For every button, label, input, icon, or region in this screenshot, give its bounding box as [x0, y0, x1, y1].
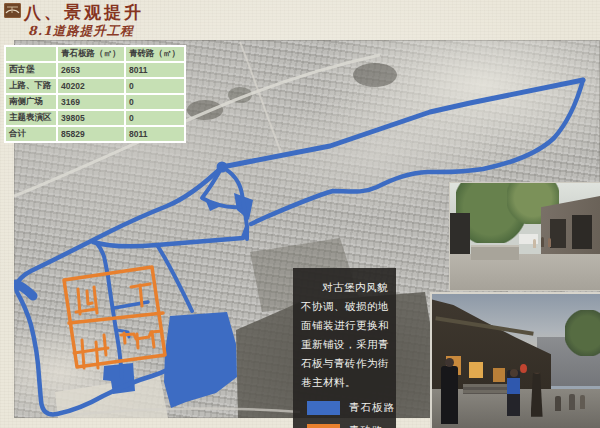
photo-dusk-street	[430, 292, 600, 428]
table-cell: 8011	[126, 63, 186, 79]
photo-planter-bench	[471, 245, 519, 260]
table-cell: 40202	[58, 79, 126, 95]
photo-pedestrian	[569, 394, 575, 410]
photo-stone-street	[449, 182, 600, 291]
photo-pedestrian	[580, 395, 585, 409]
table-cell: 3169	[58, 95, 126, 111]
legend-item-brick-road: 青砖路	[307, 424, 396, 428]
table-row: 主题表演区 39805 0	[4, 111, 186, 127]
table-cell: 2653	[58, 63, 126, 79]
photo-pedestrian	[507, 370, 520, 416]
stone-road-swatch	[307, 401, 340, 415]
table-row: 西古堡 2653 8011	[4, 63, 186, 79]
seal-logo-icon	[4, 3, 21, 18]
legend-item-stone-road: 青石板路	[307, 401, 396, 415]
photo-tree	[565, 310, 600, 356]
note-box: 对古堡内风貌不协调、破损的地面铺装进行更换和重新铺设，采用青石板与青砖作为街巷主…	[293, 268, 396, 428]
photo-pedestrian	[541, 237, 544, 247]
table-row-label: 合计	[4, 127, 58, 143]
table-row-label: 主题表演区	[4, 111, 58, 127]
table-row-label: 上路、下路	[4, 79, 58, 95]
table-header-cell	[4, 45, 58, 63]
photo-pedestrian	[533, 239, 536, 248]
table-cell: 0	[126, 111, 186, 127]
table-cell: 85829	[58, 127, 126, 143]
slide: 八、景观提升 8.1道路提升工程 青石板路（㎡） 青砖路（㎡） 西古堡 2653…	[0, 0, 600, 428]
table-row-label: 西古堡	[4, 63, 58, 79]
table-header-row: 青石板路（㎡） 青砖路（㎡）	[4, 45, 186, 63]
photo-lit-window	[469, 362, 483, 378]
photo-window	[572, 215, 592, 249]
photo-steps	[463, 384, 511, 393]
note-text: 对古堡内风貌不协调、破损的地面铺装进行更换和重新铺设，采用青石板与青砖作为街巷主…	[301, 278, 389, 392]
table-header-cell: 青石板路（㎡）	[58, 45, 126, 63]
legend-label: 青砖路	[349, 424, 384, 428]
photo-pedestrian	[548, 238, 551, 247]
legend-label: 青石板路	[349, 401, 395, 415]
brick-road-swatch	[307, 424, 340, 428]
table-cell: 39805	[58, 111, 126, 127]
photo-pedestrian	[441, 366, 458, 424]
table-row: 上路、下路 40202 0	[4, 79, 186, 95]
photo-pedestrian	[555, 396, 561, 411]
table-header-cell: 青砖路（㎡）	[126, 45, 186, 63]
table-cell: 0	[126, 95, 186, 111]
table-row: 南侧广场 3169 0	[4, 95, 186, 111]
brick-road-lines	[64, 267, 165, 368]
page-title: 八、景观提升	[24, 1, 144, 24]
table-row-label: 南侧广场	[4, 95, 58, 111]
photo-window	[550, 219, 567, 248]
page-subtitle: 8.1道路提升工程	[28, 23, 134, 40]
table-cell: 8011	[126, 127, 186, 143]
header: 八、景观提升 8.1道路提升工程	[0, 0, 600, 40]
table-cell: 0	[126, 79, 186, 95]
table-row: 合计 85829 8011	[4, 127, 186, 143]
photo-lit-window	[493, 368, 505, 382]
quantity-table: 青石板路（㎡） 青砖路（㎡） 西古堡 2653 8011 上路、下路 40202…	[4, 45, 186, 143]
